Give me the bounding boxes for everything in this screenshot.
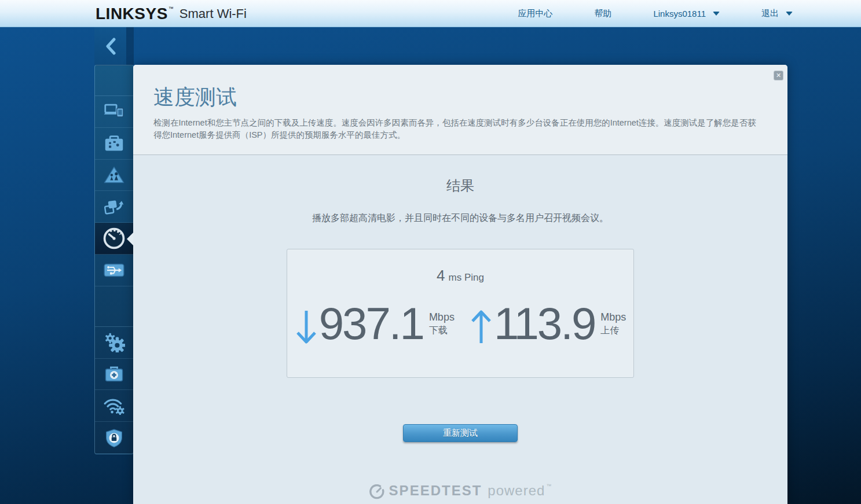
sidebar-top-strip bbox=[126, 27, 134, 65]
sidebar-item-external-storage[interactable] bbox=[95, 255, 133, 286]
results-heading: 结果 bbox=[133, 155, 787, 195]
sidebar-item-connectivity[interactable] bbox=[95, 327, 133, 359]
upload-units: Mbps 上传 bbox=[600, 311, 626, 336]
chevron-down-icon bbox=[786, 12, 793, 16]
powered-text: powered bbox=[488, 484, 545, 498]
upload-arrow-icon bbox=[470, 309, 493, 345]
top-nav: 应用中心 帮助 Linksys01811 退出 bbox=[476, 0, 793, 27]
guest-access-icon bbox=[104, 135, 124, 152]
upload-label: 上传 bbox=[600, 324, 619, 337]
sidebar-item-guest-access[interactable] bbox=[95, 128, 133, 160]
sidebar-nav bbox=[94, 65, 134, 454]
top-header: LINKSYS ™ Smart Wi-Fi 应用中心 帮助 Linksys018… bbox=[0, 0, 861, 27]
brand-name: LINKSYS bbox=[96, 5, 168, 23]
media-prioritization-icon bbox=[104, 198, 124, 216]
modal-header: 速度测试 检测在Internet和您主节点之间的下载及上传速度。速度会因许多因素… bbox=[133, 65, 787, 155]
nav-app-center[interactable]: 应用中心 bbox=[518, 8, 552, 19]
results-subtitle: 播放多部超高清电影，并且同时在不同的设备与多名用户召开视频会议。 bbox=[133, 212, 787, 225]
chevron-down-icon bbox=[713, 12, 720, 16]
close-button[interactable]: ✕ bbox=[774, 71, 783, 80]
speedtest-trademark: ™ bbox=[546, 484, 551, 489]
speedtest-branding: SPEEDTEST powered ™ bbox=[133, 484, 787, 499]
modal-body: 结果 播放多部超高清电影，并且同时在不同的设备与多名用户召开视频会议。 4ms … bbox=[133, 155, 787, 499]
download-value: 937.1 bbox=[319, 302, 423, 345]
download-unit: Mbps bbox=[429, 311, 455, 324]
linksys-logo: LINKSYS ™ Smart Wi-Fi bbox=[96, 0, 247, 27]
external-storage-icon bbox=[103, 262, 125, 278]
sidebar-item-security[interactable] bbox=[95, 422, 133, 454]
nav-router-name-menu[interactable]: Linksys01811 bbox=[653, 9, 720, 19]
first-aid-kit-icon bbox=[104, 365, 124, 382]
brand-suffix: Smart Wi-Fi bbox=[179, 6, 247, 21]
page-title: 速度测试 bbox=[153, 86, 759, 109]
parental-controls-icon bbox=[104, 166, 124, 184]
wifi-gear-icon bbox=[102, 396, 126, 415]
chevron-left-icon bbox=[104, 38, 117, 55]
speed-test-icon bbox=[102, 227, 126, 250]
sidebar-item-wireless[interactable] bbox=[95, 390, 133, 422]
upload-value: 113.9 bbox=[494, 302, 595, 345]
page: LINKSYS ™ Smart Wi-Fi 应用中心 帮助 Linksys018… bbox=[0, 0, 861, 504]
download-readout: 937.1 Mbps 下载 bbox=[295, 302, 455, 345]
sidebar-spacer bbox=[95, 65, 133, 96]
page-description: 检测在Internet和您主节点之间的下载及上传速度。速度会因许多因素而各异，包… bbox=[153, 117, 759, 142]
speedtest-gauge-icon bbox=[369, 484, 384, 499]
download-label: 下载 bbox=[429, 324, 448, 337]
upload-unit: Mbps bbox=[600, 311, 626, 324]
sidebar-item-media-prioritization[interactable] bbox=[95, 191, 133, 223]
nav-help[interactable]: 帮助 bbox=[594, 8, 611, 19]
ping-value: 4 bbox=[437, 267, 445, 284]
ping-readout: 4ms Ping bbox=[287, 267, 633, 285]
gears-icon bbox=[103, 333, 125, 352]
download-arrow-icon bbox=[295, 309, 318, 345]
sidebar-spacer bbox=[95, 286, 133, 327]
sidebar-item-troubleshooting[interactable] bbox=[95, 359, 133, 391]
brand-trademark: ™ bbox=[168, 6, 174, 12]
devices-icon bbox=[104, 103, 124, 120]
speeds-row: 937.1 Mbps 下载 113.9 Mbps bbox=[287, 302, 633, 345]
results-card: 4ms Ping 937.1 Mbps 下载 bbox=[287, 249, 634, 378]
speedtest-wordmark: SPEEDTEST bbox=[389, 484, 482, 498]
sidebar-item-devices[interactable] bbox=[95, 96, 133, 128]
sidebar-collapse-button[interactable] bbox=[94, 27, 126, 65]
speed-test-modal: ✕ 速度测试 检测在Internet和您主节点之间的下载及上传速度。速度会因许多… bbox=[133, 65, 787, 504]
ping-unit: ms Ping bbox=[449, 272, 484, 283]
download-units: Mbps 下载 bbox=[429, 311, 455, 336]
upload-readout: 113.9 Mbps 上传 bbox=[470, 302, 626, 345]
retest-button[interactable]: 重新测试 bbox=[403, 424, 518, 442]
sidebar-item-parental-controls[interactable] bbox=[95, 160, 133, 192]
shield-lock-icon bbox=[104, 428, 124, 448]
nav-logout-menu[interactable]: 退出 bbox=[761, 8, 793, 19]
modal-pointer-arrow bbox=[127, 233, 133, 245]
